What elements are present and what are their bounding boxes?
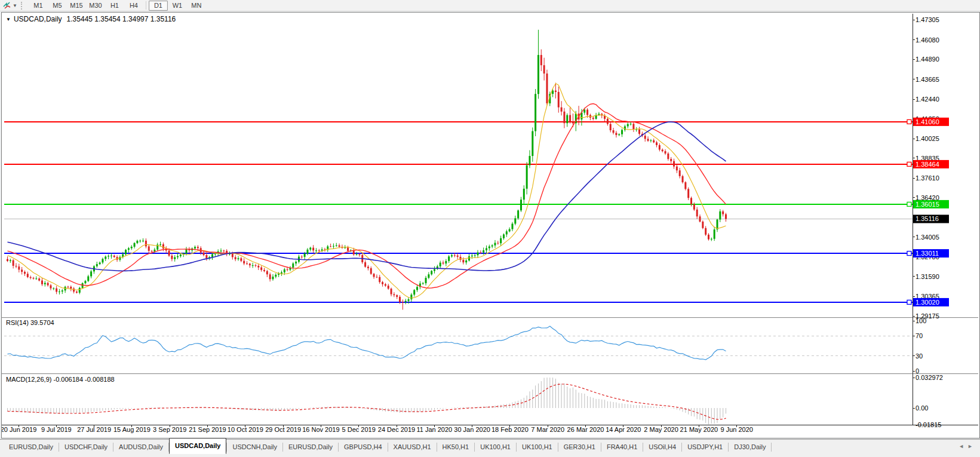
chart-tabs: EURUSD,DailyUSDCHF,DailyAUDUSD,DailyUSDC… <box>0 440 772 454</box>
svg-text:1.46080: 1.46080 <box>916 36 939 44</box>
timeframe-button-H4[interactable]: H4 <box>124 1 143 11</box>
svg-text:21 May 2020: 21 May 2020 <box>680 426 718 433</box>
svg-text:30 Jan 2020: 30 Jan 2020 <box>454 426 490 433</box>
svg-text:2 May 2020: 2 May 2020 <box>644 426 678 433</box>
chart-window: 1.473051.460801.448901.436651.424401.412… <box>1 12 980 438</box>
timeframe-button-M5[interactable]: M5 <box>48 1 67 11</box>
chart-symbol-dropdown-icon[interactable]: ▼ <box>6 17 11 22</box>
svg-text:1.36015: 1.36015 <box>916 201 939 208</box>
svg-text:11 Jan 2020: 11 Jan 2020 <box>416 426 452 433</box>
svg-text:1.42440: 1.42440 <box>916 96 939 103</box>
svg-text:0.032972: 0.032972 <box>916 374 943 381</box>
chart-title: ▼USDCAD,Daily1.35445 1.35454 1.34997 1.3… <box>6 15 176 23</box>
chart-symbol-label: USDCAD,Daily <box>14 15 62 23</box>
timeframe-button-H1[interactable]: H1 <box>105 1 124 11</box>
tab-separator <box>771 443 772 452</box>
svg-text:1.31590: 1.31590 <box>916 273 939 280</box>
svg-text:100: 100 <box>916 317 926 324</box>
svg-text:14 Apr 2020: 14 Apr 2020 <box>606 426 641 433</box>
svg-text:7 Mar 2020: 7 Mar 2020 <box>531 426 564 433</box>
svg-text:15 Aug 2019: 15 Aug 2019 <box>113 426 150 433</box>
tab-scroll-left-icon[interactable]: ◄ <box>959 443 967 449</box>
charts-toolbar-icon[interactable] <box>2 1 13 10</box>
tab-hk50-h1[interactable]: HK50,H1 <box>437 440 475 453</box>
tab-scroll-right-icon[interactable]: ► <box>967 443 976 449</box>
svg-text:70: 70 <box>916 332 923 339</box>
svg-text:0.00: 0.00 <box>916 404 928 412</box>
svg-text:1.34005: 1.34005 <box>916 234 939 241</box>
tab-audusd-daily[interactable]: AUDUSD,Daily <box>113 440 168 453</box>
top-toolbar: ▼ M1M5M15M30H1H4D1W1MN <box>0 0 980 11</box>
svg-text:27 Jul 2019: 27 Jul 2019 <box>77 426 111 433</box>
tab-gbpusd-h4[interactable]: GBPUSD,H4 <box>339 440 388 453</box>
svg-text:1.43665: 1.43665 <box>916 76 939 83</box>
dropdown-arrow-icon[interactable]: ▼ <box>13 3 17 8</box>
svg-text:29 Oct 2019: 29 Oct 2019 <box>265 426 301 433</box>
svg-text:1.38464: 1.38464 <box>916 161 939 168</box>
tab-usdcad-daily[interactable]: USDCAD,Daily <box>169 438 226 454</box>
svg-text:1.47305: 1.47305 <box>916 16 939 23</box>
timeframe-button-M30[interactable]: M30 <box>86 1 105 11</box>
svg-text:30: 30 <box>916 352 923 360</box>
svg-text:1.37610: 1.37610 <box>916 174 939 182</box>
svg-text:1.35116: 1.35116 <box>916 215 939 222</box>
chart-ohlc-values: 1.35445 1.35454 1.34997 1.35116 <box>67 15 176 23</box>
svg-text:24 Dec 2019: 24 Dec 2019 <box>378 426 415 433</box>
tab-xauusd-h1[interactable]: XAUUSD,H1 <box>388 440 437 453</box>
svg-text:26 Mar 2020: 26 Mar 2020 <box>567 426 604 433</box>
timeframe-button-group: M1M5M15M30H1H4D1W1MN <box>29 1 206 11</box>
toolbar-grip[interactable] <box>21 2 25 10</box>
tab-fra40-h1[interactable]: FRA40,H1 <box>601 440 643 453</box>
svg-text:21 Sep 2019: 21 Sep 2019 <box>189 426 226 433</box>
tab-eurusd-daily[interactable]: EURUSD,Daily <box>283 440 338 453</box>
timeframe-button-W1[interactable]: W1 <box>168 1 187 11</box>
timeframe-button-D1[interactable]: D1 <box>149 1 168 11</box>
svg-text:1.40025: 1.40025 <box>916 135 939 142</box>
svg-text:5 Dec 2019: 5 Dec 2019 <box>342 426 376 433</box>
svg-text:10 Oct 2019: 10 Oct 2019 <box>228 426 263 433</box>
svg-text:16 Nov 2019: 16 Nov 2019 <box>302 426 339 433</box>
timeframe-button-MN[interactable]: MN <box>187 1 206 11</box>
tab-usdchf-daily[interactable]: USDCHF,Daily <box>59 440 113 453</box>
chart-tab-bar: EURUSD,DailyUSDCHF,DailyAUDUSD,DailyUSDC… <box>0 439 980 456</box>
tab-uk100-h1[interactable]: UK100,H1 <box>517 440 558 453</box>
svg-text:3 Sep 2019: 3 Sep 2019 <box>153 426 186 433</box>
tab-usdjpy-h1[interactable]: USDJPY,H1 <box>682 440 728 453</box>
svg-text:-0.01815: -0.01815 <box>916 421 941 428</box>
tab-usoil-h4[interactable]: USOil,H4 <box>643 440 681 453</box>
svg-text:1.30020: 1.30020 <box>916 299 939 306</box>
macd-indicator-label: MACD(12,26,9) -0.006184 -0.008188 <box>6 376 115 383</box>
svg-text:9 Jul 2019: 9 Jul 2019 <box>41 426 72 433</box>
tab-eurusd-daily[interactable]: EURUSD,Daily <box>4 440 59 453</box>
toolbar-separator <box>146 1 146 10</box>
svg-text:18 Feb 2020: 18 Feb 2020 <box>491 426 529 433</box>
svg-text:20 Jun 2019: 20 Jun 2019 <box>2 426 36 433</box>
svg-text:1.41060: 1.41060 <box>916 118 939 125</box>
tab-usdcnh-daily[interactable]: USDCNH,Daily <box>227 440 282 453</box>
tab-scroll-arrows: ◄► <box>959 443 976 449</box>
tab-ger30-h1[interactable]: GER30,H1 <box>558 440 601 453</box>
svg-text:1.33011: 1.33011 <box>916 250 939 257</box>
rsi-indicator-label: RSI(14) 39.5704 <box>6 319 54 326</box>
svg-text:9 Jun 2020: 9 Jun 2020 <box>720 426 752 433</box>
chart-canvas[interactable]: 1.473051.460801.448901.436651.424401.412… <box>2 13 978 437</box>
svg-text:1.44890: 1.44890 <box>916 56 939 63</box>
tab-dj30-daily[interactable]: DJ30,Daily <box>729 440 771 453</box>
timeframe-button-M15[interactable]: M15 <box>67 1 86 11</box>
tab-uk100-h1[interactable]: UK100,H1 <box>475 440 516 453</box>
timeframe-button-M1[interactable]: M1 <box>29 1 48 11</box>
